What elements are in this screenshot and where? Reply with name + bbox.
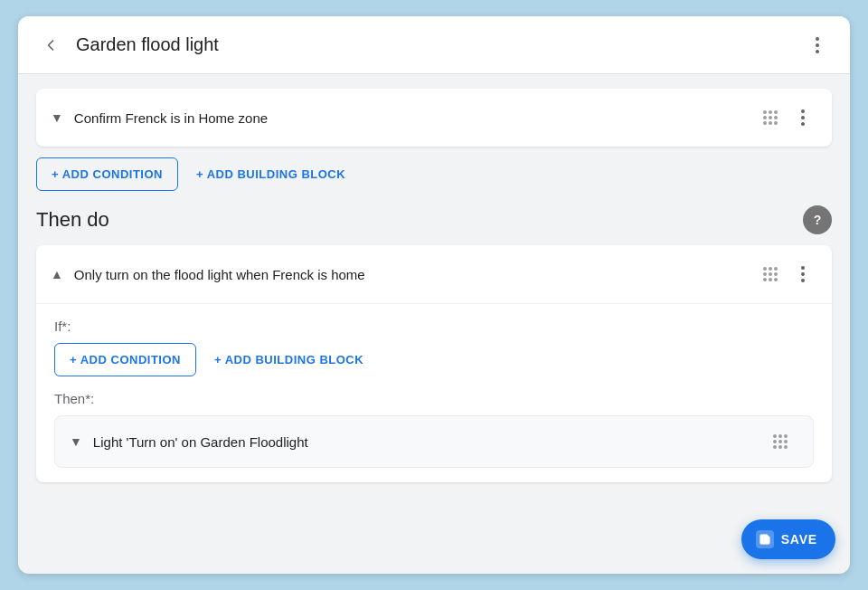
light-action-label: Light 'Turn on' on Garden Floodlight — [93, 434, 773, 450]
page-title: Garden flood light — [76, 34, 799, 55]
block-expanded-content: If*: + ADD CONDITION + ADD BUILDING BLOC… — [36, 303, 832, 482]
block-label: Only turn on the flood light when Frenck… — [74, 267, 763, 282]
header-more-button[interactable] — [799, 27, 835, 63]
second-action-buttons: + ADD CONDITION + ADD BUILDING BLOCK — [54, 343, 814, 376]
header: Garden flood light — [18, 16, 850, 74]
condition-card: ▼ Confirm Frenck is in Home zone — [36, 89, 832, 147]
more-icon — [816, 37, 819, 53]
light-action-card: ▼ Light 'Turn on' on Garden Floodlight — [54, 415, 814, 468]
condition-more-icon — [801, 109, 805, 126]
drag-handle-icon[interactable] — [763, 110, 778, 125]
help-icon[interactable]: ? — [803, 205, 832, 234]
main-content: ▼ Confirm Frenck is in Home zone + ADD C… — [18, 74, 850, 574]
then-label: Then*: — [54, 391, 814, 406]
save-button[interactable]: SAVE — [741, 519, 835, 559]
condition-card-row: ▼ Confirm Frenck is in Home zone — [36, 89, 832, 147]
add-building-block-button-1[interactable]: + ADD BUILDING BLOCK — [193, 158, 349, 190]
save-icon — [756, 530, 774, 548]
light-expand-icon[interactable]: ▼ — [70, 434, 82, 449]
then-do-section-heading: Then do ? — [36, 205, 832, 234]
block-more-button[interactable] — [788, 260, 817, 289]
then-do-title: Then do — [36, 208, 109, 232]
condition-more-button[interactable] — [788, 103, 817, 132]
block-more-icon — [801, 266, 805, 282]
block-drag-handle-icon[interactable] — [763, 267, 778, 281]
add-condition-button-2[interactable]: + ADD CONDITION — [54, 343, 196, 376]
first-action-buttons: + ADD CONDITION + ADD BUILDING BLOCK — [36, 157, 832, 191]
add-condition-button-1[interactable]: + ADD CONDITION — [36, 157, 178, 191]
block-expand-icon[interactable]: ▲ — [51, 267, 63, 281]
light-action-row: ▼ Light 'Turn on' on Garden Floodlight — [55, 416, 813, 467]
add-building-block-button-2[interactable]: + ADD BUILDING BLOCK — [211, 344, 367, 376]
save-label: SAVE — [781, 532, 817, 547]
condition-label: Confirm Frenck is in Home zone — [74, 110, 763, 126]
then-do-block-row: ▲ Only turn on the flood light when Fren… — [36, 245, 832, 303]
back-button[interactable] — [33, 27, 69, 63]
if-label: If*: — [54, 319, 814, 334]
light-drag-handle-icon[interactable] — [773, 434, 788, 449]
collapse-icon[interactable]: ▼ — [51, 110, 63, 125]
then-do-block-card: ▲ Only turn on the flood light when Fren… — [36, 245, 832, 482]
